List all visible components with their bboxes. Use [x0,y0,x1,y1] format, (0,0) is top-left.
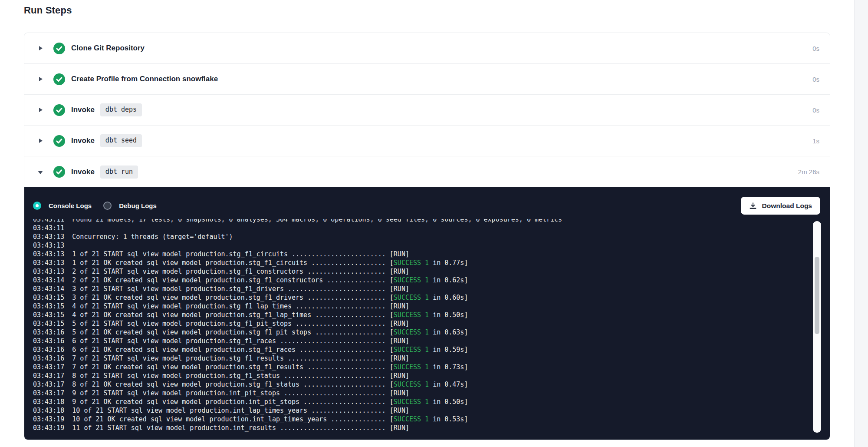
log-line: 03:43:18 9 of 21 OK created sql view mod… [33,397,808,406]
log-line: 03:43:11 Found 21 models, 17 tests, 0 sn… [33,219,808,224]
log-line: 03:43:17 8 of 21 START sql view model pr… [33,371,808,380]
step-row[interactable]: Invokedbt run2m 26s [24,156,830,187]
console-logs-label: Console Logs [49,202,92,209]
log-scrollbar-thumb[interactable] [815,257,819,334]
debug-logs-radio[interactable]: Debug Logs [103,202,157,210]
log-line: 03:43:18 10 of 21 START sql view model p… [33,406,808,415]
success-check-icon [53,135,65,147]
log-line: 03:43:15 5 of 21 START sql view model pr… [33,319,808,328]
success-status-text: SUCCESS 1 [394,398,429,406]
step-row[interactable]: Invokedbt seed1s [24,126,830,156]
page-right-gutter [854,0,868,447]
chevron-right-icon[interactable] [39,46,43,51]
success-status-text: SUCCESS 1 [394,294,429,301]
step-duration: 0s [812,76,819,83]
chevron-right-icon[interactable] [39,107,43,113]
download-logs-button[interactable]: Download Logs [741,197,820,215]
debug-logs-label: Debug Logs [119,202,157,209]
step-label: Create Profile from Connection snowflake [71,75,218,83]
step-command-badge: dbt run [100,166,138,179]
success-status-text: SUCCESS 1 [394,363,429,371]
chevron-right-icon[interactable] [39,76,43,82]
log-lines: 03:43:11 Found 21 models, 17 tests, 0 sn… [33,219,808,432]
success-status-text: SUCCESS 1 [394,415,429,423]
step-label: Invoke [71,136,95,145]
success-status-text: SUCCESS 1 [394,328,429,336]
step-label: Clone Git Repository [71,44,145,53]
log-panel-header: Console LogsDebug Logs Download Logs [24,187,830,215]
log-line: 03:43:16 6 of 21 OK created sql view mod… [33,345,808,354]
chevron-right-icon[interactable] [39,138,43,143]
download-logs-label: Download Logs [762,202,812,210]
log-line: 03:43:13 2 of 21 START sql view model pr… [33,267,808,276]
step-label: Invoke [71,168,95,176]
step-duration: 0s [812,45,819,52]
chevron-down-icon[interactable] [39,169,43,175]
success-check-icon [53,73,65,85]
log-line: 03:43:17 9 of 21 START sql view model pr… [33,389,808,397]
success-status-text: SUCCESS 1 [394,259,429,267]
log-line: 03:43:14 3 of 21 START sql view model pr… [33,285,808,293]
radio-unselected-icon [103,202,112,210]
log-scrollbar-track[interactable] [813,221,821,433]
log-line: 03:43:13 1 of 21 OK created sql view mod… [33,258,808,267]
success-check-icon [53,43,65,54]
run-steps-card: Clone Git Repository0sCreate Profile fro… [24,33,830,440]
success-check-icon [53,166,65,178]
log-line: 03:43:19 11 of 21 START sql view model p… [33,424,808,432]
log-line: 03:43:13 Concurrency: 1 threads (target=… [33,232,808,241]
console-log-output: 03:43:11 Found 21 models, 17 tests, 0 sn… [33,219,808,434]
log-line: 03:43:16 7 of 21 START sql view model pr… [33,354,808,363]
log-panel: Console LogsDebug Logs Download Logs 03:… [24,187,830,440]
log-type-radio-group: Console LogsDebug Logs [33,202,168,210]
success-status-text: SUCCESS 1 [394,276,429,284]
log-line: 03:43:16 5 of 21 OK created sql view mod… [33,328,808,337]
log-line: 03:43:15 4 of 21 OK created sql view mod… [33,311,808,319]
step-command-badge: dbt deps [100,103,142,116]
radio-selected-icon [33,202,41,210]
log-line: 03:43:19 10 of 21 OK created sql view mo… [33,415,808,424]
page-title: Run Steps [24,5,72,16]
success-status-text: SUCCESS 1 [394,381,429,388]
step-duration: 1s [812,137,819,145]
step-label: Invoke [71,106,95,114]
step-command-badge: dbt seed [100,134,142,147]
console-logs-radio[interactable]: Console Logs [33,202,92,210]
success-status-text: SUCCESS 1 [394,346,429,354]
step-duration: 2m 26s [798,168,819,175]
run-steps-list: Clone Git Repository0sCreate Profile fro… [24,33,830,187]
log-line: 03:43:16 6 of 21 START sql view model pr… [33,337,808,345]
log-line: 03:43:13 1 of 21 START sql view model pr… [33,250,808,258]
log-line: 03:43:15 4 of 21 START sql view model pr… [33,302,808,311]
log-line: 03:43:13 [33,241,808,250]
log-line: 03:43:17 8 of 21 OK created sql view mod… [33,380,808,389]
log-line: 03:43:11 [33,224,808,232]
step-row[interactable]: Create Profile from Connection snowflake… [24,64,830,95]
success-status-text: SUCCESS 1 [394,311,429,319]
log-line: 03:43:14 2 of 21 OK created sql view mod… [33,276,808,285]
log-line: 03:43:17 7 of 21 OK created sql view mod… [33,363,808,371]
success-check-icon [53,104,65,116]
step-row[interactable]: Clone Git Repository0s [24,33,830,64]
log-line: 03:43:15 3 of 21 OK created sql view mod… [33,293,808,302]
download-icon [749,202,757,210]
step-duration: 0s [812,106,819,114]
step-row[interactable]: Invokedbt deps0s [24,95,830,126]
